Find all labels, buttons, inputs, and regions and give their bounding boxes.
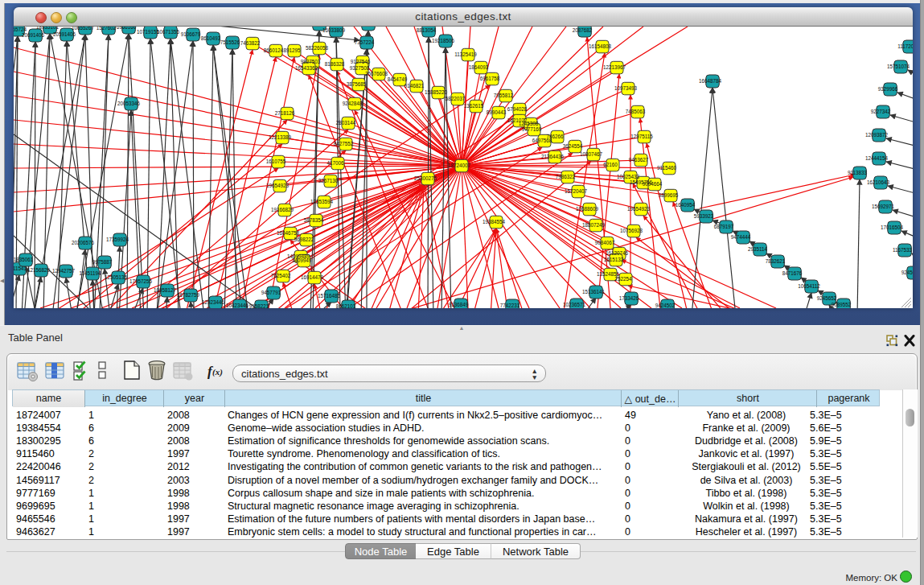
- svg-text:19384554: 19384554: [483, 219, 506, 225]
- svg-text:18724007: 18724007: [448, 163, 471, 168]
- svg-text:12213967: 12213967: [603, 64, 626, 70]
- svg-text:16120746: 16120746: [606, 250, 629, 256]
- svg-text:7832621: 7832621: [766, 258, 786, 264]
- svg-text:16046758: 16046758: [277, 230, 300, 236]
- svg-text:16782759: 16782759: [177, 292, 200, 298]
- svg-text:12942757: 12942757: [52, 268, 76, 274]
- svg-text:11325419: 11325419: [454, 51, 477, 57]
- svg-text:5822037: 5822037: [446, 96, 466, 101]
- svg-text:19218506: 19218506: [432, 38, 455, 43]
- svg-text:2935114: 2935114: [748, 246, 768, 252]
- svg-text:16914479: 16914479: [301, 274, 324, 280]
- svg-text:252254: 252254: [614, 276, 632, 282]
- svg-text:3267130: 3267130: [318, 178, 339, 183]
- svg-text:7986322: 7986322: [556, 174, 576, 179]
- svg-text:9094664: 9094664: [643, 181, 663, 187]
- svg-text:16648784: 16648784: [699, 78, 722, 84]
- svg-text:12353594: 12353594: [310, 199, 334, 204]
- svg-text:16033809: 16033809: [322, 27, 346, 33]
- svg-text:15885220: 15885220: [425, 89, 448, 95]
- svg-text:7485063: 7485063: [626, 109, 646, 114]
- svg-text:8454749: 8454749: [388, 76, 408, 82]
- svg-text:9457791: 9457791: [261, 290, 281, 295]
- svg-text:9245652: 9245652: [817, 295, 837, 301]
- svg-text:19654923: 19654923: [266, 183, 290, 188]
- svg-text:1864093: 1864093: [469, 64, 489, 70]
- svg-text:5698222: 5698222: [294, 237, 314, 242]
- svg-text:8610493: 8610493: [201, 35, 221, 41]
- svg-text:1733426: 1733426: [619, 295, 639, 301]
- svg-text:12923446: 12923446: [202, 299, 225, 305]
- svg-text:14055724: 14055724: [14, 27, 27, 32]
- svg-text:16154808: 16154808: [589, 43, 612, 49]
- svg-text:9084067: 9084067: [595, 240, 615, 245]
- svg-text:10423446: 10423446: [226, 303, 249, 308]
- svg-text:10655267: 10655267: [72, 27, 95, 31]
- svg-text:1527602: 1527602: [97, 27, 117, 31]
- svg-text:10025433: 10025433: [617, 174, 640, 179]
- svg-text:9089552: 9089552: [832, 302, 852, 307]
- svg-text:8813054: 8813054: [417, 27, 437, 33]
- svg-text:1245308: 1245308: [519, 121, 539, 126]
- svg-text:1117209: 1117209: [897, 43, 913, 49]
- svg-text:26676608: 26676608: [365, 71, 388, 76]
- svg-text:8660124: 8660124: [264, 47, 284, 53]
- svg-text:17359924: 17359924: [106, 237, 129, 242]
- svg-text:1409949: 1409949: [292, 257, 312, 263]
- svg-text:8662101: 8662101: [336, 303, 356, 308]
- svg-text:10654112: 10654112: [798, 283, 820, 289]
- svg-text:9329966: 9329966: [878, 86, 898, 92]
- svg-text:62160: 62160: [603, 162, 618, 167]
- svg-text:16210643: 16210643: [867, 179, 890, 185]
- svg-text:1610755: 1610755: [266, 159, 286, 164]
- svg-text:(x): (x): [212, 367, 223, 377]
- svg-text:12156829: 12156829: [27, 267, 51, 273]
- svg-text:10807467: 10807467: [580, 151, 603, 157]
- svg-text:10671355: 10671355: [157, 29, 180, 35]
- svg-text:5878354: 5878354: [304, 217, 324, 223]
- svg-text:8471676: 8471676: [782, 270, 803, 276]
- svg-text:7357224: 7357224: [355, 39, 375, 45]
- svg-text:15136141: 15136141: [582, 289, 606, 295]
- svg-text:19166829: 19166829: [271, 207, 294, 212]
- svg-text:10688609: 10688609: [576, 206, 599, 212]
- svg-text:2803144: 2803144: [336, 120, 356, 126]
- svg-text:12975115: 12975115: [630, 134, 653, 139]
- svg-text:9245021: 9245021: [901, 270, 913, 275]
- svg-text:5933923: 5933923: [694, 213, 714, 219]
- svg-text:9327508: 9327508: [350, 65, 370, 71]
- svg-text:9827503: 9827503: [301, 59, 321, 64]
- svg-text:9474444: 9474444: [731, 234, 751, 240]
- svg-text:20053346: 20053346: [117, 101, 141, 106]
- svg-text:1835061: 1835061: [14, 257, 34, 262]
- svg-text:17016504: 17016504: [881, 225, 904, 230]
- svg-text:12444154: 12444154: [865, 155, 889, 161]
- svg-text:12505135: 12505135: [105, 274, 128, 280]
- svg-text:6879197: 6879197: [714, 224, 734, 229]
- svg-text:10958127: 10958127: [154, 287, 177, 293]
- svg-text:9115460: 9115460: [657, 165, 677, 171]
- svg-text:1362615: 1362615: [464, 103, 484, 109]
- svg-text:21364436: 21364436: [541, 154, 565, 159]
- svg-text:7625402: 7625402: [271, 273, 291, 278]
- svg-text:20206576: 20206576: [72, 240, 95, 245]
- svg-text:20691406: 20691406: [22, 32, 45, 38]
- svg-text:9899695: 9899695: [659, 192, 679, 198]
- svg-text:8990443: 8990443: [487, 109, 507, 115]
- svg-text:20591406: 20591406: [53, 31, 76, 37]
- svg-text:19654923: 19654923: [627, 206, 651, 212]
- svg-text:891295: 891295: [283, 47, 301, 53]
- svg-text:9424502: 9424502: [655, 303, 676, 308]
- svg-text:58226058: 58226058: [306, 45, 329, 51]
- svg-text:9158221: 9158221: [249, 303, 269, 308]
- svg-text:10756928: 10756928: [620, 228, 643, 233]
- svg-text:11451194: 11451194: [79, 270, 101, 276]
- svg-text:1167533: 1167533: [893, 247, 913, 253]
- svg-text:18807249: 18807249: [582, 222, 606, 228]
- svg-text:3911541: 3911541: [14, 266, 27, 271]
- svg-text:17957255: 17957255: [129, 278, 153, 284]
- svg-text:9113833: 9113833: [848, 170, 868, 175]
- svg-text:6497568: 6497568: [532, 138, 552, 143]
- svg-text:10236571: 10236571: [563, 302, 586, 307]
- svg-text:3875685: 3875685: [347, 81, 367, 87]
